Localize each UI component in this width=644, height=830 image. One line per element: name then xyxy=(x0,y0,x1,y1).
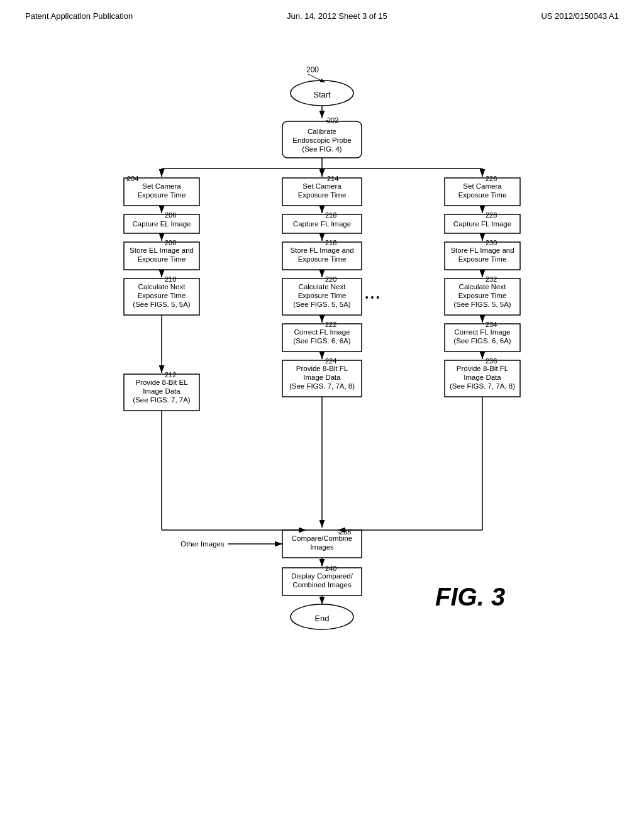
svg-text:236: 236 xyxy=(486,357,497,365)
svg-text:Endoscopic Probe: Endoscopic Probe xyxy=(292,136,351,144)
diagram-area: 200 Start 202 Calibrate Endoscopic Probe… xyxy=(0,27,644,775)
svg-text:234: 234 xyxy=(486,321,497,328)
svg-text:Other Images: Other Images xyxy=(180,540,225,548)
flowchart-svg: 200 Start 202 Calibrate Endoscopic Probe… xyxy=(64,40,580,763)
svg-text:216: 216 xyxy=(325,211,336,219)
svg-text:Exposure Time: Exposure Time xyxy=(298,255,347,263)
svg-text:• • •: • • • xyxy=(365,292,380,302)
svg-text:FIG. 3: FIG. 3 xyxy=(435,583,505,611)
svg-text:218: 218 xyxy=(325,239,336,246)
svg-text:240: 240 xyxy=(325,565,336,572)
svg-text:Calculate Next: Calculate Next xyxy=(459,283,507,290)
svg-text:Exposure Time: Exposure Time xyxy=(138,255,186,263)
svg-text:200: 200 xyxy=(306,65,319,74)
svg-text:Set Camera: Set Camera xyxy=(463,182,502,190)
svg-text:Display Compared/: Display Compared/ xyxy=(291,572,353,580)
svg-text:Capture FL Image: Capture FL Image xyxy=(293,220,351,228)
svg-text:Combined Images: Combined Images xyxy=(292,581,352,589)
svg-text:Exposure Time: Exposure Time xyxy=(458,292,507,299)
svg-text:Capture EL Image: Capture EL Image xyxy=(133,220,191,228)
svg-text:Calibrate: Calibrate xyxy=(308,128,336,135)
svg-text:Compare/Combine: Compare/Combine xyxy=(292,534,353,542)
svg-text:(See FIGS. 7, 7A, 8): (See FIGS. 7, 7A, 8) xyxy=(289,382,355,390)
svg-text:202: 202 xyxy=(327,116,338,124)
svg-text:226: 226 xyxy=(486,175,497,182)
svg-text:Provide 8-Bit FL: Provide 8-Bit FL xyxy=(296,365,348,372)
svg-text:Start: Start xyxy=(313,90,331,99)
svg-text:Capture FL Image: Capture FL Image xyxy=(453,220,511,228)
page-header: Patent Application Publication Jun. 14, … xyxy=(0,0,644,27)
svg-text:Images: Images xyxy=(310,543,334,551)
svg-text:(See FIGS. 7, 7A): (See FIGS. 7, 7A) xyxy=(133,396,191,404)
svg-text:Image Data: Image Data xyxy=(143,387,180,395)
svg-text:(See FIGS. 5, 5A): (See FIGS. 5, 5A) xyxy=(133,301,191,308)
svg-text:214: 214 xyxy=(327,175,338,182)
svg-text:Store FL Image and: Store FL Image and xyxy=(290,246,353,254)
svg-text:Exposure Time: Exposure Time xyxy=(298,292,347,299)
svg-text:Provide 8-Bit FL: Provide 8-Bit FL xyxy=(457,365,509,372)
svg-text:204: 204 xyxy=(127,175,138,182)
svg-text:228: 228 xyxy=(486,211,497,219)
header-left: Patent Application Publication xyxy=(25,11,133,21)
svg-text:208: 208 xyxy=(165,239,176,246)
svg-text:(See FIGS. 6, 6A): (See FIGS. 6, 6A) xyxy=(453,337,511,345)
svg-text:212: 212 xyxy=(165,371,176,379)
svg-text:Store EL Image and: Store EL Image and xyxy=(130,246,194,254)
svg-text:Exposure Time: Exposure Time xyxy=(458,191,507,199)
svg-text:Image Data: Image Data xyxy=(303,374,341,381)
svg-text:Store FL Image and: Store FL Image and xyxy=(450,246,514,254)
svg-text:224: 224 xyxy=(325,357,336,365)
svg-text:210: 210 xyxy=(165,275,176,283)
svg-text:(See FIGS. 5, 5A): (See FIGS. 5, 5A) xyxy=(293,301,351,308)
svg-text:Set Camera: Set Camera xyxy=(142,182,181,190)
svg-text:Exposure Time: Exposure Time xyxy=(138,191,186,199)
svg-text:230: 230 xyxy=(486,239,497,246)
svg-text:222: 222 xyxy=(325,321,336,328)
svg-text:(See FIGS. 6, 6A): (See FIGS. 6, 6A) xyxy=(293,337,351,345)
svg-text:(See FIG. 4): (See FIG. 4) xyxy=(302,145,341,153)
svg-text:232: 232 xyxy=(486,275,497,283)
svg-text:End: End xyxy=(314,614,329,623)
svg-text:(See FIGS. 7, 7A, 8): (See FIGS. 7, 7A, 8) xyxy=(450,382,515,390)
svg-text:(See FIGS. 5, 5A): (See FIGS. 5, 5A) xyxy=(453,301,511,308)
svg-text:Image Data: Image Data xyxy=(464,374,501,381)
svg-text:Exposure Time: Exposure Time xyxy=(138,292,186,299)
svg-text:206: 206 xyxy=(165,211,176,219)
svg-text:Calculate Next: Calculate Next xyxy=(299,283,347,290)
svg-text:Calculate Next: Calculate Next xyxy=(138,283,186,290)
header-center: Jun. 14, 2012 Sheet 3 of 15 xyxy=(287,11,387,21)
svg-text:Correct FL Image: Correct FL Image xyxy=(454,328,510,336)
svg-text:Exposure Time: Exposure Time xyxy=(298,191,347,199)
svg-text:Provide 8-Bit EL: Provide 8-Bit EL xyxy=(135,379,188,386)
svg-text:Exposure Time: Exposure Time xyxy=(458,255,507,263)
svg-text:Correct FL Image: Correct FL Image xyxy=(294,328,350,336)
svg-text:220: 220 xyxy=(325,275,336,283)
header-right: US 2012/0150043 A1 xyxy=(541,11,619,21)
svg-text:Set Camera: Set Camera xyxy=(303,182,341,190)
